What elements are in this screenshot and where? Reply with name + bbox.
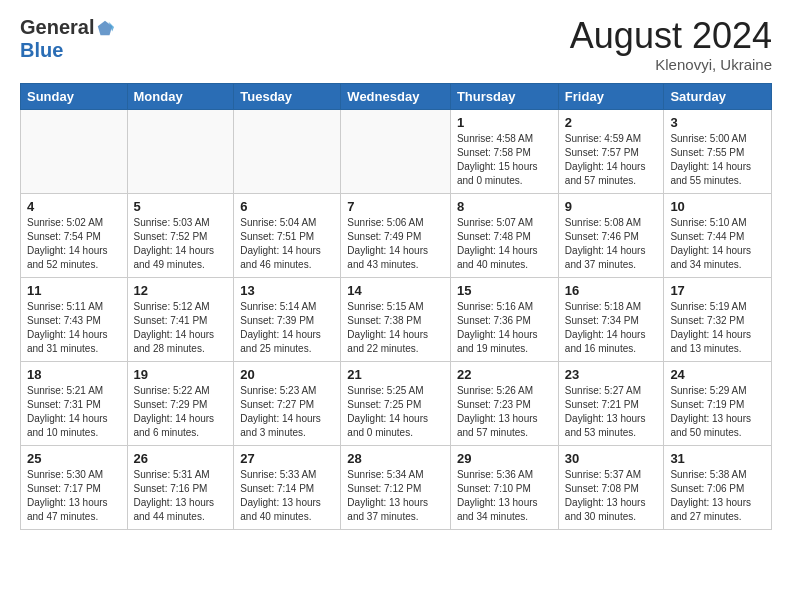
day-info: Sunrise: 5:37 AM Sunset: 7:08 PM Dayligh… — [565, 468, 658, 524]
weekday-header-tuesday: Tuesday — [234, 83, 341, 109]
day-info: Sunrise: 5:33 AM Sunset: 7:14 PM Dayligh… — [240, 468, 334, 524]
day-info: Sunrise: 5:19 AM Sunset: 7:32 PM Dayligh… — [670, 300, 765, 356]
day-info: Sunrise: 5:15 AM Sunset: 7:38 PM Dayligh… — [347, 300, 444, 356]
calendar-week-row: 11Sunrise: 5:11 AM Sunset: 7:43 PM Dayli… — [21, 277, 772, 361]
calendar-cell: 20Sunrise: 5:23 AM Sunset: 7:27 PM Dayli… — [234, 361, 341, 445]
calendar-cell: 6Sunrise: 5:04 AM Sunset: 7:51 PM Daylig… — [234, 193, 341, 277]
day-info: Sunrise: 4:59 AM Sunset: 7:57 PM Dayligh… — [565, 132, 658, 188]
page-header: General Blue August 2024 Klenovyi, Ukrai… — [20, 16, 772, 73]
day-number: 29 — [457, 451, 552, 466]
weekday-header-sunday: Sunday — [21, 83, 128, 109]
calendar-week-row: 1Sunrise: 4:58 AM Sunset: 7:58 PM Daylig… — [21, 109, 772, 193]
day-number: 17 — [670, 283, 765, 298]
calendar-cell: 25Sunrise: 5:30 AM Sunset: 7:17 PM Dayli… — [21, 445, 128, 529]
calendar-cell — [21, 109, 128, 193]
calendar-cell: 17Sunrise: 5:19 AM Sunset: 7:32 PM Dayli… — [664, 277, 772, 361]
calendar-cell: 27Sunrise: 5:33 AM Sunset: 7:14 PM Dayli… — [234, 445, 341, 529]
day-number: 13 — [240, 283, 334, 298]
day-number: 7 — [347, 199, 444, 214]
title-section: August 2024 Klenovyi, Ukraine — [570, 16, 772, 73]
weekday-header-thursday: Thursday — [450, 83, 558, 109]
day-info: Sunrise: 5:02 AM Sunset: 7:54 PM Dayligh… — [27, 216, 121, 272]
calendar-cell: 13Sunrise: 5:14 AM Sunset: 7:39 PM Dayli… — [234, 277, 341, 361]
day-info: Sunrise: 5:29 AM Sunset: 7:19 PM Dayligh… — [670, 384, 765, 440]
day-info: Sunrise: 5:26 AM Sunset: 7:23 PM Dayligh… — [457, 384, 552, 440]
logo-icon — [96, 19, 114, 37]
calendar-cell: 19Sunrise: 5:22 AM Sunset: 7:29 PM Dayli… — [127, 361, 234, 445]
day-number: 20 — [240, 367, 334, 382]
day-number: 25 — [27, 451, 121, 466]
calendar-cell: 12Sunrise: 5:12 AM Sunset: 7:41 PM Dayli… — [127, 277, 234, 361]
day-info: Sunrise: 5:25 AM Sunset: 7:25 PM Dayligh… — [347, 384, 444, 440]
calendar-cell: 2Sunrise: 4:59 AM Sunset: 7:57 PM Daylig… — [558, 109, 664, 193]
calendar-week-row: 25Sunrise: 5:30 AM Sunset: 7:17 PM Dayli… — [21, 445, 772, 529]
day-number: 6 — [240, 199, 334, 214]
month-title: August 2024 — [570, 16, 772, 56]
calendar-cell: 14Sunrise: 5:15 AM Sunset: 7:38 PM Dayli… — [341, 277, 451, 361]
weekday-header-monday: Monday — [127, 83, 234, 109]
day-number: 19 — [134, 367, 228, 382]
calendar-cell: 15Sunrise: 5:16 AM Sunset: 7:36 PM Dayli… — [450, 277, 558, 361]
day-info: Sunrise: 5:36 AM Sunset: 7:10 PM Dayligh… — [457, 468, 552, 524]
day-info: Sunrise: 5:18 AM Sunset: 7:34 PM Dayligh… — [565, 300, 658, 356]
calendar-week-row: 4Sunrise: 5:02 AM Sunset: 7:54 PM Daylig… — [21, 193, 772, 277]
day-number: 23 — [565, 367, 658, 382]
day-number: 26 — [134, 451, 228, 466]
day-info: Sunrise: 5:16 AM Sunset: 7:36 PM Dayligh… — [457, 300, 552, 356]
day-number: 1 — [457, 115, 552, 130]
day-info: Sunrise: 5:14 AM Sunset: 7:39 PM Dayligh… — [240, 300, 334, 356]
day-number: 30 — [565, 451, 658, 466]
location-subtitle: Klenovyi, Ukraine — [570, 56, 772, 73]
calendar-cell: 28Sunrise: 5:34 AM Sunset: 7:12 PM Dayli… — [341, 445, 451, 529]
day-number: 31 — [670, 451, 765, 466]
calendar-cell: 24Sunrise: 5:29 AM Sunset: 7:19 PM Dayli… — [664, 361, 772, 445]
day-info: Sunrise: 5:07 AM Sunset: 7:48 PM Dayligh… — [457, 216, 552, 272]
day-number: 16 — [565, 283, 658, 298]
day-info: Sunrise: 4:58 AM Sunset: 7:58 PM Dayligh… — [457, 132, 552, 188]
calendar-cell: 7Sunrise: 5:06 AM Sunset: 7:49 PM Daylig… — [341, 193, 451, 277]
day-number: 21 — [347, 367, 444, 382]
calendar-cell: 31Sunrise: 5:38 AM Sunset: 7:06 PM Dayli… — [664, 445, 772, 529]
calendar-cell: 5Sunrise: 5:03 AM Sunset: 7:52 PM Daylig… — [127, 193, 234, 277]
calendar-cell: 11Sunrise: 5:11 AM Sunset: 7:43 PM Dayli… — [21, 277, 128, 361]
calendar-cell: 3Sunrise: 5:00 AM Sunset: 7:55 PM Daylig… — [664, 109, 772, 193]
day-info: Sunrise: 5:12 AM Sunset: 7:41 PM Dayligh… — [134, 300, 228, 356]
day-info: Sunrise: 5:38 AM Sunset: 7:06 PM Dayligh… — [670, 468, 765, 524]
calendar-cell — [127, 109, 234, 193]
weekday-header-row: SundayMondayTuesdayWednesdayThursdayFrid… — [21, 83, 772, 109]
svg-marker-0 — [98, 20, 112, 34]
day-number: 2 — [565, 115, 658, 130]
day-number: 9 — [565, 199, 658, 214]
day-info: Sunrise: 5:31 AM Sunset: 7:16 PM Dayligh… — [134, 468, 228, 524]
calendar-cell: 1Sunrise: 4:58 AM Sunset: 7:58 PM Daylig… — [450, 109, 558, 193]
day-number: 11 — [27, 283, 121, 298]
day-info: Sunrise: 5:03 AM Sunset: 7:52 PM Dayligh… — [134, 216, 228, 272]
day-number: 5 — [134, 199, 228, 214]
day-info: Sunrise: 5:11 AM Sunset: 7:43 PM Dayligh… — [27, 300, 121, 356]
day-number: 3 — [670, 115, 765, 130]
day-info: Sunrise: 5:06 AM Sunset: 7:49 PM Dayligh… — [347, 216, 444, 272]
day-number: 22 — [457, 367, 552, 382]
calendar-cell: 9Sunrise: 5:08 AM Sunset: 7:46 PM Daylig… — [558, 193, 664, 277]
calendar-cell: 16Sunrise: 5:18 AM Sunset: 7:34 PM Dayli… — [558, 277, 664, 361]
calendar-cell: 30Sunrise: 5:37 AM Sunset: 7:08 PM Dayli… — [558, 445, 664, 529]
day-number: 24 — [670, 367, 765, 382]
calendar-cell: 26Sunrise: 5:31 AM Sunset: 7:16 PM Dayli… — [127, 445, 234, 529]
calendar-cell: 10Sunrise: 5:10 AM Sunset: 7:44 PM Dayli… — [664, 193, 772, 277]
day-info: Sunrise: 5:21 AM Sunset: 7:31 PM Dayligh… — [27, 384, 121, 440]
day-number: 28 — [347, 451, 444, 466]
logo-general-text: General — [20, 16, 94, 39]
calendar-cell: 29Sunrise: 5:36 AM Sunset: 7:10 PM Dayli… — [450, 445, 558, 529]
day-number: 27 — [240, 451, 334, 466]
day-number: 12 — [134, 283, 228, 298]
calendar-cell — [341, 109, 451, 193]
day-info: Sunrise: 5:30 AM Sunset: 7:17 PM Dayligh… — [27, 468, 121, 524]
calendar-cell: 22Sunrise: 5:26 AM Sunset: 7:23 PM Dayli… — [450, 361, 558, 445]
day-number: 15 — [457, 283, 552, 298]
day-info: Sunrise: 5:00 AM Sunset: 7:55 PM Dayligh… — [670, 132, 765, 188]
day-info: Sunrise: 5:04 AM Sunset: 7:51 PM Dayligh… — [240, 216, 334, 272]
day-number: 4 — [27, 199, 121, 214]
calendar-table: SundayMondayTuesdayWednesdayThursdayFrid… — [20, 83, 772, 530]
logo-blue-text: Blue — [20, 39, 63, 62]
day-info: Sunrise: 5:22 AM Sunset: 7:29 PM Dayligh… — [134, 384, 228, 440]
